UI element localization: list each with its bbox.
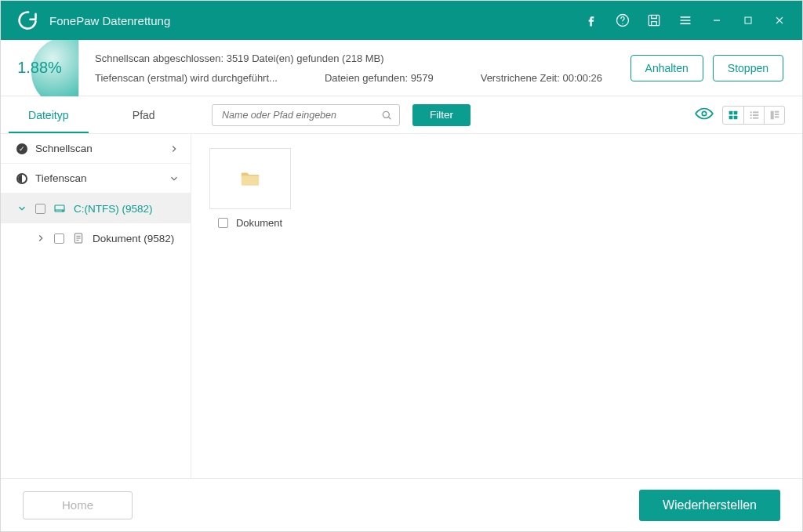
svg-rect-19 — [750, 114, 751, 116]
tree-sidebar: Schnellscan Tiefenscan C:(NTFS) (9582) D… — [1, 134, 191, 478]
app-logo-icon — [16, 9, 38, 31]
svg-rect-7 — [745, 17, 751, 24]
close-icon[interactable] — [766, 7, 793, 34]
checkbox[interactable] — [35, 204, 45, 214]
status-bar: 1.88% Schnellscan abgeschlossen: 3519 Da… — [1, 40, 802, 96]
document-icon — [72, 232, 85, 244]
svg-rect-2 — [649, 15, 659, 25]
checkbox[interactable] — [218, 218, 228, 228]
checkbox[interactable] — [54, 233, 64, 244]
tree-quickscan-label: Schnellscan — [35, 143, 161, 154]
view-mode-toggle — [722, 106, 785, 125]
status-text: Schnellscan abgeschlossen: 3519 Datei(en… — [79, 52, 630, 84]
status-line2: Tiefenscan (erstmal) wird durchgeführt..… — [95, 72, 615, 84]
stop-button[interactable]: Stoppen — [713, 55, 783, 81]
view-grid-icon[interactable] — [723, 107, 743, 124]
svg-rect-15 — [729, 115, 733, 119]
tree-drive-row[interactable]: C:(NTFS) (9582) — [1, 194, 191, 223]
view-detail-icon[interactable] — [764, 107, 784, 124]
svg-rect-18 — [753, 111, 758, 113]
check-complete-icon — [16, 143, 27, 154]
app-window: FonePaw Datenrettung 1.88% Schnellscan a… — [0, 0, 803, 532]
folder-icon — [238, 167, 262, 190]
svg-rect-13 — [729, 110, 733, 114]
svg-rect-17 — [750, 111, 751, 113]
drive-icon — [53, 202, 66, 215]
preview-icon[interactable] — [694, 103, 714, 127]
footer: Home Wiederherstellen — [1, 478, 802, 531]
svg-line-11 — [388, 117, 391, 119]
folder-label: Dokument — [236, 217, 282, 229]
filter-button[interactable]: Filter — [412, 104, 471, 126]
tree-quickscan[interactable]: Schnellscan — [1, 134, 191, 164]
tree-deepscan[interactable]: Tiefenscan — [1, 164, 191, 194]
folder-label-row: Dokument — [218, 217, 282, 229]
facebook-icon[interactable] — [578, 7, 605, 34]
status-buttons: Anhalten Stoppen — [630, 55, 802, 81]
svg-rect-14 — [734, 110, 738, 114]
status-elapsed: Verstrichene Zeit: 00:00:26 — [481, 72, 602, 84]
chevron-down-icon — [169, 173, 180, 184]
chevron-right-icon — [169, 143, 180, 154]
svg-rect-21 — [750, 117, 751, 118]
menu-icon[interactable] — [672, 7, 699, 34]
svg-point-29 — [62, 211, 63, 212]
svg-point-10 — [383, 111, 389, 118]
status-deepscan: Tiefenscan (erstmal) wird durchgeführt..… — [95, 72, 278, 84]
chevron-right-icon — [35, 233, 46, 244]
svg-rect-23 — [770, 110, 773, 119]
save-icon[interactable] — [641, 7, 667, 34]
tree-document-row[interactable]: Dokument (9582) — [1, 223, 191, 253]
progress-indicator: 1.88% — [1, 40, 79, 96]
view-list-icon[interactable] — [743, 107, 764, 124]
tab-path[interactable]: Pfad — [96, 96, 192, 133]
tab-filetype[interactable]: Dateityp — [1, 96, 96, 133]
svg-rect-20 — [753, 114, 758, 116]
svg-point-1 — [622, 24, 623, 24]
status-files-found: Dateien gefunden: 9579 — [325, 72, 434, 84]
tree-drive-label: C:(NTFS) (9582) — [74, 203, 153, 215]
titlebar-left: FonePaw Datenrettung — [16, 9, 170, 31]
svg-rect-26 — [775, 116, 779, 118]
titlebar-controls — [578, 7, 793, 34]
progress-partial-icon — [16, 173, 27, 184]
svg-rect-16 — [734, 115, 738, 119]
status-line1: Schnellscan abgeschlossen: 3519 Datei(en… — [95, 52, 615, 64]
folder-item[interactable]: Dokument — [207, 148, 293, 229]
tab-path-label: Pfad — [133, 109, 155, 121]
tab-filetype-label: Dateityp — [28, 109, 68, 121]
svg-rect-22 — [753, 117, 758, 118]
chevron-down-icon — [16, 203, 27, 214]
minimize-icon[interactable] — [703, 7, 730, 34]
app-title: FonePaw Datenrettung — [49, 14, 170, 27]
titlebar: FonePaw Datenrettung — [1, 1, 802, 40]
maximize-icon[interactable] — [735, 7, 761, 34]
progress-percent: 1.88% — [17, 59, 62, 77]
svg-rect-25 — [775, 114, 779, 115]
view-controls — [694, 103, 785, 127]
recover-button[interactable]: Wiederherstellen — [639, 490, 780, 521]
search-field[interactable] — [212, 104, 400, 126]
sidebar-tabs: Dateityp Pfad — [1, 96, 191, 133]
search-input[interactable] — [222, 110, 380, 121]
svg-rect-24 — [775, 110, 779, 112]
svg-point-12 — [702, 111, 706, 115]
pause-button[interactable]: Anhalten — [630, 55, 703, 81]
search-icon — [380, 109, 393, 121]
content-grid: Dokument — [191, 134, 802, 478]
body: Schnellscan Tiefenscan C:(NTFS) (9582) D… — [1, 134, 802, 478]
folder-thumbnail — [209, 148, 291, 209]
tree-document-label: Dokument (9582) — [93, 233, 174, 244]
tree-deepscan-label: Tiefenscan — [35, 172, 161, 184]
toolbar: Dateityp Pfad Filter — [1, 96, 802, 134]
home-button[interactable]: Home — [23, 491, 133, 519]
help-icon[interactable] — [609, 7, 636, 34]
